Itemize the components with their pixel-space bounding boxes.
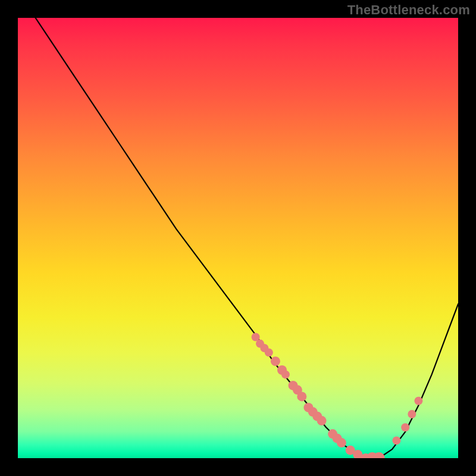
scatter-point bbox=[281, 370, 290, 378]
scatter-point bbox=[317, 416, 327, 425]
scatter-point bbox=[414, 397, 422, 405]
attribution-text: TheBottleneck.com bbox=[347, 2, 470, 18]
scatter-point bbox=[401, 423, 409, 431]
scatter-point bbox=[392, 436, 400, 444]
scatter-point bbox=[271, 356, 280, 366]
scatter-point bbox=[408, 410, 416, 418]
scatter-point bbox=[265, 348, 273, 356]
curve-line bbox=[36, 18, 458, 458]
plot-area bbox=[18, 18, 458, 458]
chart-svg bbox=[18, 18, 458, 458]
scatter-point bbox=[337, 438, 346, 447]
scatter-points bbox=[252, 333, 423, 459]
scatter-point bbox=[297, 392, 306, 401]
chart-container: TheBottleneck.com bbox=[0, 0, 476, 476]
